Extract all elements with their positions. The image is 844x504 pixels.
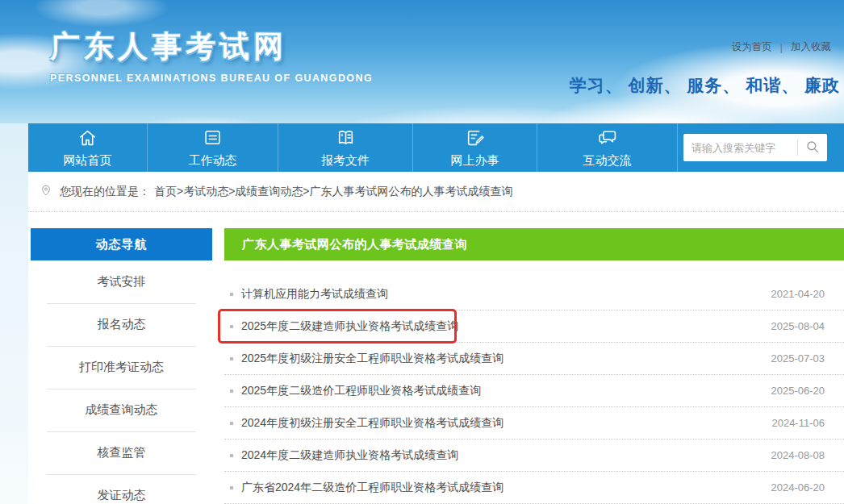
- bullet-icon: [230, 357, 233, 360]
- search-input[interactable]: [683, 142, 797, 154]
- search-box: [683, 134, 827, 161]
- magnifier-icon: [805, 140, 820, 156]
- news-date: 2025-08-04: [771, 320, 825, 332]
- list-item: 广东省2024年二级造价工程师职业资格考试成绩查询 2024-06-20: [224, 472, 844, 504]
- sidebar-nav: 动态导航 考试安排 报名动态 打印准考证动态 成绩查询动态 核查监管 发证动态: [31, 228, 212, 504]
- list-item: 2025年度初级注册安全工程师职业资格考试成绩查询 2025-07-03: [224, 343, 844, 375]
- bullet-icon: [230, 422, 233, 425]
- news-link[interactable]: 2025年度二级造价工程师职业资格考试成绩查询: [241, 384, 762, 398]
- home-icon: [77, 127, 98, 151]
- news-link[interactable]: 广东省2024年二级造价工程师职业资格考试成绩查询: [241, 481, 762, 495]
- main-title: 广东人事考试网公布的人事考试成绩查询: [224, 228, 844, 260]
- bullet-icon: [230, 389, 233, 393]
- news-link[interactable]: 2025年度二级建造师执业资格考试成绩查询: [241, 319, 762, 334]
- content-area: 动态导航 考试安排 报名动态 打印准考证动态 成绩查询动态 核查监管 发证动态 …: [28, 212, 844, 504]
- news-date: 2024-06-20: [771, 481, 825, 494]
- nav-item-work-news[interactable]: 工作动态: [148, 123, 278, 172]
- main-panel: 广东人事考试网公布的人事考试成绩查询 计算机应用能力考试成绩查询 2021-04…: [224, 228, 844, 504]
- breadcrumb: 您现在的位置是： 首页>考试动态>成绩查询动态>广东人事考试网公布的人事考试成绩…: [28, 172, 844, 212]
- sidebar-item-certificate[interactable]: 发证动态: [31, 474, 212, 504]
- bullet-icon: [230, 293, 233, 296]
- site-slogan: 学习、 创新、 服务、 和谐、 廉政: [570, 74, 840, 97]
- nav-search-area: [678, 123, 844, 172]
- sidebar-item-exam-schedule[interactable]: 考试安排: [31, 260, 212, 303]
- page-container: 您现在的位置是： 首页>考试动态>成绩查询动态>广东人事考试网公布的人事考试成绩…: [28, 172, 844, 504]
- news-link[interactable]: 计算机应用能力考试成绩查询: [241, 287, 762, 302]
- nav-item-online-services[interactable]: 网上办事: [413, 123, 537, 172]
- news-date: 2024-08-08: [771, 449, 825, 461]
- site-logo: 广东人事考试网 PERSONNEL EXAMINATIONS BUREAU OF…: [50, 27, 373, 84]
- site-title: 广东人事考试网: [50, 27, 373, 67]
- add-favorite-link[interactable]: 加入收藏: [791, 40, 831, 54]
- chat-bubbles-icon: [597, 127, 617, 151]
- top-utility-links: 设为首页 | 加入收藏: [732, 40, 831, 54]
- news-list: 计算机应用能力考试成绩查询 2021-04-20 2025年度二级建造师执业资格…: [224, 260, 844, 504]
- nav-item-label: 互动交流: [583, 153, 632, 169]
- nav-item-label: 网上办事: [451, 153, 499, 169]
- list-item: 2024年度二级建造师执业资格考试成绩查询 2024-08-08: [224, 439, 844, 472]
- sidebar-item-registration-news[interactable]: 报名动态: [31, 303, 212, 346]
- main-navbar: 网站首页 工作动态 报考文件 网上办事 互动交流: [28, 123, 844, 172]
- location-pin-icon: [40, 184, 52, 199]
- list-item: 2025年度二级造价工程师职业资格考试成绩查询 2025-06-20: [224, 375, 844, 407]
- document-book-icon: [336, 127, 356, 151]
- list-item-highlighted: 2025年度二级建造师执业资格考试成绩查询 2025-08-04: [224, 310, 844, 343]
- nav-item-home[interactable]: 网站首页: [28, 123, 148, 172]
- sidebar-item-verification[interactable]: 核查监管: [31, 431, 212, 474]
- sidebar-list: 考试安排 报名动态 打印准考证动态 成绩查询动态 核查监管 发证动态: [31, 260, 212, 504]
- news-link[interactable]: 2024年度二级建造师执业资格考试成绩查询: [241, 448, 762, 463]
- news-date: 2025-07-03: [771, 352, 825, 364]
- nav-item-label: 网站首页: [64, 153, 112, 169]
- bullet-icon: [230, 454, 233, 457]
- list-item: 计算机应用能力考试成绩查询 2021-04-20: [224, 278, 844, 310]
- clipboard-pen-icon: [465, 127, 485, 151]
- news-date: 2024-11-06: [771, 417, 825, 429]
- list-item: 2024年度初级注册安全工程师职业资格考试成绩查询 2024-11-06: [224, 407, 844, 439]
- nav-item-exam-documents[interactable]: 报考文件: [278, 123, 413, 172]
- set-homepage-link[interactable]: 设为首页: [732, 40, 772, 54]
- news-date: 2025-06-20: [771, 385, 825, 397]
- news-list-icon: [203, 127, 223, 151]
- sky-header: 广东人事考试网 PERSONNEL EXAMINATIONS BUREAU OF…: [0, 0, 844, 123]
- sidebar-item-score-query[interactable]: 成绩查询动态: [31, 389, 212, 431]
- sidebar-item-admission-ticket[interactable]: 打印准考证动态: [31, 346, 212, 389]
- sidebar-title: 动态导航: [31, 228, 212, 260]
- bullet-icon: [230, 325, 233, 328]
- breadcrumb-prefix: 您现在的位置是：: [60, 185, 150, 199]
- news-link[interactable]: 2025年度初级注册安全工程师职业资格考试成绩查询: [241, 352, 762, 366]
- breadcrumb-path[interactable]: 首页>考试动态>成绩查询动态>广东人事考试网公布的人事考试成绩查询: [154, 185, 513, 199]
- news-link[interactable]: 2024年度初级注册安全工程师职业资格考试成绩查询: [241, 416, 762, 431]
- nav-item-interaction[interactable]: 互动交流: [537, 123, 678, 172]
- nav-item-label: 工作动态: [189, 153, 237, 169]
- site-subtitle: PERSONNEL EXAMINATIONS BUREAU OF GUANGDO…: [50, 73, 373, 84]
- bullet-icon: [230, 486, 233, 489]
- nav-item-label: 报考文件: [321, 153, 370, 169]
- news-date: 2021-04-20: [771, 288, 825, 300]
- search-button[interactable]: [798, 134, 827, 161]
- links-separator: |: [780, 42, 783, 53]
